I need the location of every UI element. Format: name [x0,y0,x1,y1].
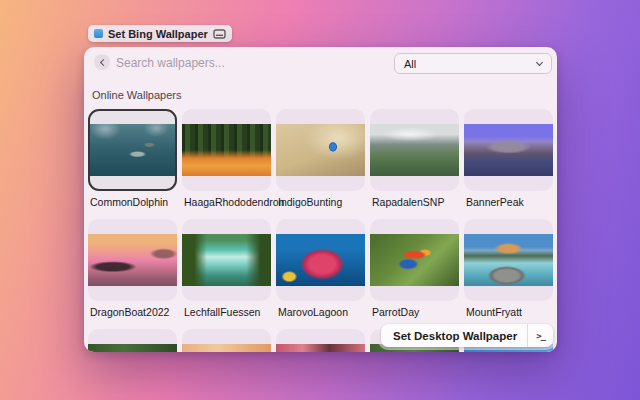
wallpaper-name: RapadalenSNP [372,196,459,208]
set-desktop-wallpaper-button[interactable]: Set Desktop Wallpaper >_ [381,324,553,347]
toolbar: All [84,47,557,79]
wallpaper-thumbnail [276,234,365,286]
wallpaper-tile-dragonboat2022[interactable]: DragonBoat2022 [88,219,177,319]
wallpaper-tile-parrotday[interactable]: ParrotDay [370,219,459,319]
wallpaper-tile-mountfryatt[interactable]: MountFryatt [464,219,553,319]
desktop-background: Set Bing Wallpaper All Online Wallpapers… [0,0,640,400]
menubar-tray-icon [213,29,226,39]
wallpaper-tile-lechfallfuessen[interactable]: LechfallFuessen [182,219,271,319]
wallpaper-thumbnail [90,124,175,176]
wallpaper-thumbnail [88,234,177,286]
wallpaper-tile-partial[interactable] [88,329,177,352]
wallpaper-thumbnail [88,344,177,352]
wallpaper-name: BannerPeak [466,196,553,208]
wallpaper-tile-partial[interactable] [182,329,271,352]
wallpaper-thumbnail [182,344,271,352]
wallpaper-thumbnail [276,124,365,176]
wallpaper-thumbnail [464,124,553,176]
wallpaper-grid: CommonDolphin HaagaRhododendron IndigoBu… [84,109,557,352]
wallpaper-picker-window: All Online Wallpapers CommonDolphin Haag… [84,47,557,352]
menubar-app-chip[interactable]: Set Bing Wallpaper [88,25,232,42]
set-desktop-wallpaper-label: Set Desktop Wallpaper [381,330,527,342]
chevron-left-icon [99,58,106,65]
wallpaper-name: MarovoLagoon [278,306,365,318]
wallpaper-thumbnail [276,344,365,352]
wallpaper-thumbnail [182,234,271,286]
wallpaper-name: IndigoBunting [278,196,365,208]
wallpaper-tile-haagarhododendron[interactable]: HaagaRhododendron [182,109,271,209]
wallpaper-name: LechfallFuessen [184,306,271,318]
menubar-app-title: Set Bing Wallpaper [108,28,208,40]
back-button[interactable] [94,54,110,70]
wallpaper-thumbnail [370,124,459,176]
wallpaper-name: MountFryatt [466,306,553,318]
terminal-prompt-icon: >_ [527,324,553,347]
wallpaper-name: CommonDolphin [90,196,177,208]
wallpaper-thumbnail [182,124,271,176]
wallpaper-thumbnail [370,234,459,286]
wallpaper-name: ParrotDay [372,306,459,318]
wallpaper-tile-rapadalensnp[interactable]: RapadalenSNP [370,109,459,209]
wallpaper-tile-indigobunting[interactable]: IndigoBunting [276,109,365,209]
search-input[interactable] [116,54,346,72]
app-icon [94,29,103,38]
filter-dropdown[interactable]: All [394,53,552,74]
filter-value: All [404,58,416,70]
wallpaper-tile-bannerpeak[interactable]: BannerPeak [464,109,553,209]
wallpaper-name: HaagaRhododendron [184,196,271,208]
wallpaper-thumbnail [464,234,553,286]
wallpaper-tile-marovolagoon[interactable]: MarovoLagoon [276,219,365,319]
section-title: Online Wallpapers [92,89,557,101]
wallpaper-tile-commondolphin[interactable]: CommonDolphin [88,109,177,209]
wallpaper-tile-partial[interactable] [276,329,365,352]
chevron-down-icon [536,58,543,65]
wallpaper-name: DragonBoat2022 [90,306,177,318]
